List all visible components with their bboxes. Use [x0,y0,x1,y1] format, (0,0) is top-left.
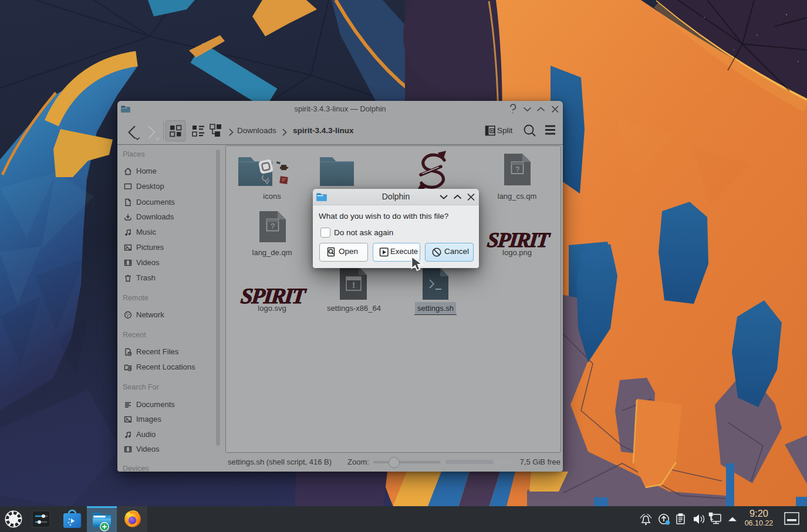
svg-text:lang_de.qm: lang_de.qm [252,248,292,257]
svg-text:logo.svg: logo.svg [258,304,286,313]
svg-text:lang_cs.qm: lang_cs.qm [498,192,536,201]
svg-text:?: ? [271,222,275,231]
svg-text:settings.sh: settings.sh [417,304,454,313]
svg-text:?: ? [515,165,519,174]
svg-text:logo.png: logo.png [502,248,532,257]
svg-text:icons: icons [263,192,281,201]
svg-text:settings-x86_64: settings-x86_64 [327,304,381,313]
svg-text:!: ! [352,280,355,290]
